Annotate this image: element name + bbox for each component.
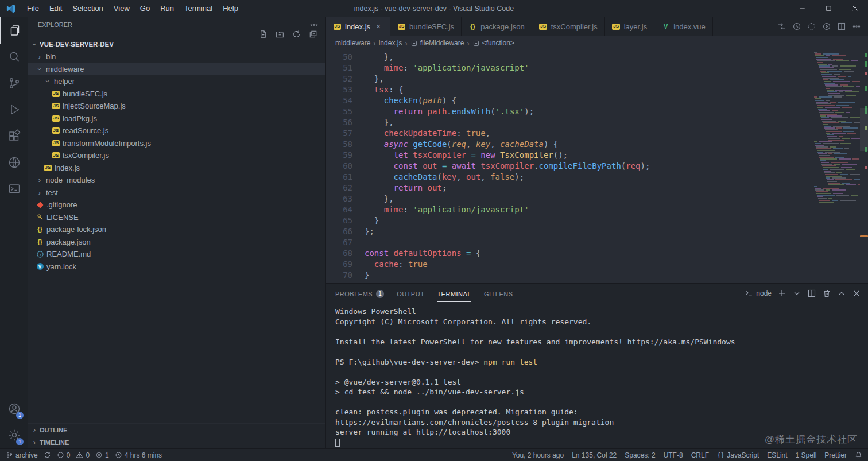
- code-line[interactable]: 60 const out = await tsxCompiler.compile…: [326, 161, 811, 172]
- activity-source-control-button[interactable]: [0, 70, 28, 96]
- status-0[interactable]: 0: [76, 451, 90, 459]
- panel-chevron-up-button[interactable]: [837, 289, 846, 298]
- code-line[interactable]: 70}: [326, 270, 811, 281]
- code-line[interactable]: 61 cacheData(key, out, false);: [326, 172, 811, 183]
- code-line[interactable]: 68const defaultOptions = {: [326, 248, 811, 259]
- code-line[interactable]: 50 },: [326, 52, 811, 63]
- code-editor[interactable]: 50 },51 mime: 'application/javascript'52…: [326, 51, 868, 283]
- panel-tab-gitlens[interactable]: GITLENS: [484, 285, 513, 302]
- status-sync[interactable]: [44, 451, 51, 459]
- activity-search-button[interactable]: [0, 44, 28, 70]
- status-spaces-2[interactable]: Spaces: 2: [625, 451, 655, 459]
- tree-item-helper[interactable]: ›helper: [28, 75, 326, 88]
- tree-item-package-lock-json[interactable]: {}package-lock.json: [28, 223, 326, 236]
- panel-tab-output[interactable]: OUTPUT: [397, 285, 424, 302]
- tree-item-injectsourcemap-js[interactable]: JSinjectSourceMap.js: [28, 100, 326, 113]
- code-line[interactable]: 53 tsx: {: [326, 84, 811, 95]
- code-line[interactable]: 63 },: [326, 193, 811, 204]
- editor-action-history-button[interactable]: [792, 22, 801, 31]
- menu-go[interactable]: Go: [135, 0, 155, 17]
- terminal-shell-selector[interactable]: node: [745, 289, 772, 297]
- status-ln-135-col-22[interactable]: Ln 135, Col 22: [572, 451, 617, 459]
- code-line[interactable]: 51 mime: 'application/javascript': [326, 63, 811, 73]
- code-line[interactable]: 67: [326, 237, 811, 248]
- scrollbar-thumb[interactable]: [860, 108, 868, 151]
- code-line[interactable]: 62 return out;: [326, 183, 811, 193]
- menu-file[interactable]: File: [22, 0, 44, 17]
- status-javascript[interactable]: {}JavaScript: [717, 451, 759, 459]
- tree-item-index-js[interactable]: JSindex.js: [28, 162, 326, 175]
- status-eslint[interactable]: ESLint: [767, 451, 787, 459]
- refresh-button[interactable]: [292, 30, 301, 38]
- code-line[interactable]: 52 },: [326, 73, 811, 84]
- code-line[interactable]: 56 },: [326, 117, 811, 128]
- outline-section[interactable]: › OUTLINE: [28, 423, 326, 436]
- minimize-button[interactable]: [789, 0, 815, 17]
- status-crlf[interactable]: CRLF: [691, 451, 709, 459]
- status-utf-8[interactable]: UTF-8: [664, 451, 683, 459]
- code-line[interactable]: 54 checkFn(path) {: [326, 95, 811, 106]
- menu-selection[interactable]: Selection: [67, 0, 108, 17]
- tree-item-yarn-lock[interactable]: yyarn.lock: [28, 261, 326, 273]
- panel-chevron-down-button[interactable]: [792, 289, 801, 298]
- code-line[interactable]: 64 mime: 'application/javascript': [326, 204, 811, 215]
- minimap[interactable]: [814, 52, 860, 203]
- panel-tab-terminal[interactable]: TERMINAL: [437, 285, 471, 302]
- tab-index-vue[interactable]: Vindex.vue: [654, 17, 713, 36]
- menu-edit[interactable]: Edit: [44, 0, 67, 17]
- tree-item-package-json[interactable]: {}package.json: [28, 236, 326, 249]
- editor-action-split-editor-button[interactable]: [837, 22, 846, 31]
- terminal-output[interactable]: Windows PowerShellCopyright (C) Microsof…: [326, 303, 868, 448]
- menu-help[interactable]: Help: [218, 0, 243, 17]
- tree-item-bin[interactable]: ›bin: [28, 51, 326, 63]
- panel-close-button[interactable]: [852, 289, 861, 298]
- tree-item-readme-md[interactable]: README.md: [28, 248, 326, 261]
- code-line[interactable]: 57 checkUpdateTime: true,: [326, 128, 811, 139]
- tab-package-json[interactable]: {}package.json: [462, 17, 532, 36]
- status-0[interactable]: 0: [57, 451, 71, 459]
- tab-tsxcompiler-js[interactable]: JStsxCompiler.js: [532, 17, 605, 36]
- status-archive[interactable]: archive: [6, 451, 38, 459]
- panel-tab-problems[interactable]: PROBLEMS1: [335, 285, 384, 303]
- breadcrumb-item-index-js[interactable]: index.js: [379, 39, 402, 47]
- tree-item-bundlesfc-js[interactable]: JSbundleSFC.js: [28, 88, 326, 100]
- code-line[interactable]: 58 async getCode(req, key, cacheData) {: [326, 139, 811, 150]
- tree-item-middleware[interactable]: ›middleware: [28, 63, 326, 76]
- status-1-spell[interactable]: 1 Spell: [796, 451, 817, 459]
- panel-split-editor-button[interactable]: [807, 289, 816, 298]
- panel-trash-button[interactable]: [822, 289, 831, 298]
- new-folder-button[interactable]: [276, 30, 284, 38]
- code-line[interactable]: 69 cache: true: [326, 259, 811, 270]
- tree-item-loadpkg-js[interactable]: JSloadPkg.js: [28, 113, 326, 125]
- close-button[interactable]: [842, 0, 868, 17]
- menu-run[interactable]: Run: [155, 0, 179, 17]
- tree-item-readsource-js[interactable]: JSreadSource.js: [28, 125, 326, 137]
- editor-action-more-button[interactable]: [852, 22, 861, 31]
- collapse-all-button[interactable]: [309, 30, 317, 38]
- panel-plus-button[interactable]: [777, 289, 786, 298]
- menu-terminal[interactable]: Terminal: [179, 0, 218, 17]
- code-line[interactable]: 66};: [326, 226, 811, 237]
- breadcrumb-item-filemiddleware[interactable]: fileMiddleware: [410, 39, 464, 47]
- status-bell[interactable]: [855, 451, 862, 459]
- activity-explorer-button[interactable]: [0, 17, 28, 44]
- tree-item-gitignore[interactable]: .gitignore: [28, 199, 326, 211]
- code-line[interactable]: 65 }: [326, 215, 811, 226]
- tab-layer-js[interactable]: JSlayer.js: [605, 17, 654, 36]
- new-file-button[interactable]: [259, 30, 268, 38]
- breadcrumb-item-middleware[interactable]: middleware: [335, 39, 370, 47]
- status-4-hrs-6-mins[interactable]: 4 hrs 6 mins: [115, 451, 162, 459]
- activity-run-debug-button[interactable]: [0, 96, 28, 123]
- status-you-2-hours-ago[interactable]: You, 2 hours ago: [512, 451, 564, 459]
- status-1[interactable]: 1: [95, 451, 109, 459]
- tab-bundlesfc-js[interactable]: JSbundleSFC.js: [390, 17, 462, 36]
- activity-settings-button[interactable]: 1: [0, 422, 28, 448]
- tree-item-license[interactable]: LICENSE: [28, 211, 326, 224]
- tree-root-folder[interactable]: › VUE-DEV-SERVER-DEV: [28, 38, 326, 51]
- tree-item-transformmoduleimports-js[interactable]: JStransformModuleImports.js: [28, 137, 326, 150]
- menu-view[interactable]: View: [108, 0, 135, 17]
- tree-item-node-modules[interactable]: ›node_modules: [28, 174, 326, 187]
- maximize-button[interactable]: [815, 0, 842, 17]
- status-prettier[interactable]: Prettier: [824, 451, 847, 459]
- tree-item-test[interactable]: ›test: [28, 187, 326, 199]
